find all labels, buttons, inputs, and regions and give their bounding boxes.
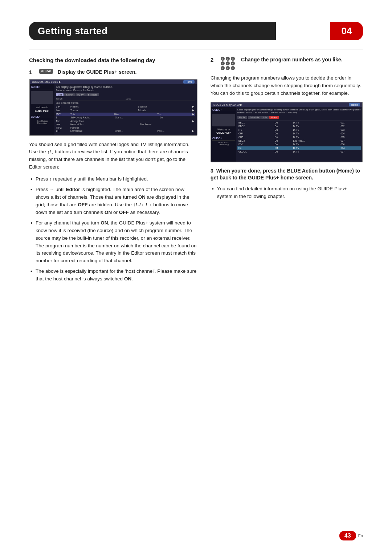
td-type: D. TV	[292, 125, 340, 128]
numpad-3: 3	[231, 57, 235, 61]
td-num: 002	[340, 125, 361, 128]
td-type: D. TV	[292, 121, 340, 125]
two-col-layout: Checking the downloaded data the followi…	[29, 57, 363, 287]
page-footer: 43 En	[339, 531, 363, 540]
tv-ch: one	[56, 123, 70, 126]
tv-screen2-guideplus: GUIDE Plus+	[212, 131, 235, 134]
td-status: On	[274, 139, 292, 143]
numpad-5: 5	[226, 61, 230, 65]
tv-prog2: Homes...	[114, 130, 158, 132]
td-ch: ITV2	[237, 143, 274, 146]
td-status: On	[274, 150, 292, 154]
editor-bold: Editor	[66, 187, 80, 192]
tv-grid-last-ch: Last Channel: Thresa	[56, 102, 195, 104]
arrow-up-icon: ↑	[47, 149, 50, 156]
td-status: On	[274, 125, 292, 128]
tv-sidebar-image	[31, 91, 53, 104]
chapter-number: 04	[330, 22, 363, 40]
tv-screen2-tab-editor: Editor	[269, 116, 279, 119]
table-row: 1 Sally Jessy Raph... Our b... Go	[56, 116, 195, 119]
tv-channel-table: BBC1 On D. TV 001 BBC2 On D. TV 002	[237, 120, 361, 154]
tv-grid-time: 10:00	[126, 98, 195, 100]
tv-screen2-tabs: My TV Schedule Info Editor	[237, 116, 361, 119]
tv-ch: five	[56, 120, 70, 122]
arrow-up-icon: ↑	[49, 176, 52, 183]
td-status: On	[274, 143, 292, 146]
tv-sidebar-logo: GUIDE+	[31, 86, 53, 89]
tv-screen2-header: BBC2 25-May 10:10 ▶ Home	[211, 102, 362, 107]
table-row: CH5 On D. TV 005	[237, 135, 361, 139]
right-column: 2 1 2 3 4 5 6 7 8 9 Change the pr	[211, 57, 363, 287]
on-bold4: ON	[124, 276, 131, 281]
tv-prog3: The...	[157, 113, 192, 116]
tv-screen2-info: Editor displays your channel settings. Y…	[237, 108, 361, 114]
td-num: 001	[340, 121, 361, 125]
guideplus-bold: GUIDE Plus+	[248, 175, 279, 181]
td-ch: CH5	[237, 135, 274, 139]
td-ch: UKGOL	[237, 150, 274, 154]
tv-screen2-main: Editor displays your channel settings. Y…	[236, 107, 362, 162]
tv-screen2-rec: One-ButtonRecording	[212, 141, 235, 146]
tv-ch: ITV 1	[56, 113, 70, 116]
tv-screen2-header-left: BBC2 25-May 10:10 ▶	[213, 103, 242, 106]
tv-screen2-tab-mytv: My TV	[237, 116, 247, 119]
on-bold: ON	[138, 194, 146, 200]
td-status: On	[274, 128, 292, 132]
td-ch: E4	[237, 146, 274, 150]
tv-screen2-logo: GUIDE+	[212, 109, 235, 112]
tv-sidebar-rec: One-ButtonRecording	[31, 120, 53, 124]
tv-sidebar-guideplus: GUIDE Plus+	[31, 110, 53, 112]
page-lang: En	[358, 534, 363, 538]
tv-tab-schedule: Schedule	[86, 93, 99, 96]
tv-ch: 1	[56, 116, 70, 119]
td-num: 003	[340, 128, 361, 132]
step1-text: Display the GUIDE Plus+ screen.	[58, 69, 136, 75]
tv-prog1: Sally Jessy Raph...	[70, 116, 115, 119]
tv-arrow: ▶	[192, 109, 195, 112]
tv-prog3: Go	[160, 116, 195, 119]
numpad-4: 4	[221, 61, 225, 65]
blue-bold: BLUE	[287, 168, 301, 174]
td-num: 004	[340, 132, 361, 135]
tv-arrow: ▶	[192, 129, 195, 133]
table-row: BBC2 On D. TV 002	[237, 125, 361, 128]
step1-row: 1 GUIDE Display the GUIDE Plus+ screen.	[29, 69, 197, 75]
table-row: ITV2 On D. TV 006	[237, 143, 361, 146]
td-num: 005	[340, 135, 361, 139]
header-bar: Getting started 04	[29, 22, 363, 40]
tv-prog2: Friends	[138, 109, 192, 112]
tv-prog2: Starship	[138, 105, 192, 108]
section-heading: Checking the downloaded data the followi…	[29, 57, 197, 64]
tv-screen2-logo2: GUIDE+	[212, 137, 235, 141]
arrows-bold: ↑/↓/←/→	[133, 202, 152, 207]
step2-number: 2	[211, 57, 217, 63]
chapter-title: Getting started	[29, 22, 276, 40]
tv-prog1: Emmerdale	[70, 130, 114, 132]
off-bold: OFF	[78, 202, 87, 207]
td-num: 014	[340, 146, 361, 150]
tv-screen2-tab-info: Info	[261, 116, 269, 119]
tv-screen2-sidebar: GUIDE+ Welcome to GUIDE Plus+ GUIDE+ One…	[211, 107, 236, 162]
on-bold2: ON	[105, 210, 112, 215]
table-row: CH4 On D. TV 004	[237, 132, 361, 135]
tv-prog1: Thresa	[70, 109, 138, 112]
step3-block: 3 When you're done, press the BLUE Actio…	[211, 167, 363, 200]
tv-prog1: Fimbles	[70, 105, 138, 108]
header-divider	[29, 49, 363, 49]
td-type: D. TV	[292, 135, 340, 139]
td-type: D. TV	[292, 143, 340, 146]
tv-tabs: Grid Search My TV Schedule	[56, 93, 195, 96]
table-row: one News at Ten The Secret	[56, 123, 195, 126]
tv-sidebar-welcome: Welcome to	[31, 106, 53, 109]
bullet-list: Press ↑ repeatedly until the Menu bar is…	[29, 175, 197, 283]
numpad-9: 9	[231, 66, 235, 70]
table-row: BBC1 On D. TV 001	[237, 121, 361, 125]
on-bold3: ON	[101, 220, 108, 226]
numpad-8: 8	[226, 66, 230, 70]
step2-heading: Change the program numbers as you like.	[241, 57, 342, 62]
tv-screen1-header: BBC2 25-May 10:10 ▶ Home	[30, 80, 197, 84]
td-status: Off	[274, 146, 292, 150]
tv-tab-grid: Grid	[56, 93, 64, 96]
list-item: Press ↑ repeatedly until the Menu bar is…	[29, 175, 197, 183]
td-ch: CH4	[237, 132, 274, 135]
